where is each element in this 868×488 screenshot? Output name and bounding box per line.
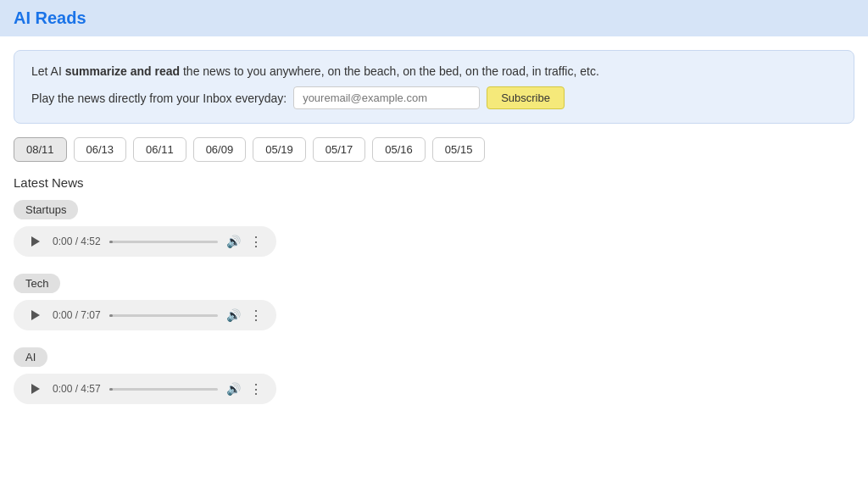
category-section: Tech 0:00 / 7:07 🔊 ⋮: [0, 274, 868, 347]
date-tab[interactable]: 05/17: [313, 137, 366, 162]
play-icon: [31, 236, 40, 247]
date-tab[interactable]: 06/11: [133, 137, 186, 162]
header: AI Reads: [0, 0, 868, 36]
date-tab[interactable]: 08/11: [14, 137, 67, 162]
category-section: Startups 0:00 / 4:52 🔊 ⋮: [0, 200, 868, 274]
audio-player: 0:00 / 4:57 🔊 ⋮: [14, 374, 276, 404]
subscribe-button[interactable]: Subscribe: [487, 86, 565, 109]
volume-icon[interactable]: 🔊: [226, 308, 241, 322]
latest-news-heading: Latest News: [0, 172, 868, 200]
time-display: 0:00 / 7:07: [53, 309, 101, 321]
progress-fill: [109, 388, 113, 391]
category-badge: Tech: [14, 274, 60, 293]
date-tab[interactable]: 05/19: [253, 137, 306, 162]
category-badge: Startups: [14, 200, 78, 219]
volume-icon[interactable]: 🔊: [226, 235, 241, 248]
progress-bar[interactable]: [109, 314, 218, 317]
date-tabs: 08/1106/1306/1106/0905/1905/1705/1605/15: [0, 137, 868, 162]
play-button[interactable]: [27, 380, 44, 397]
date-tab[interactable]: 05/15: [432, 137, 486, 162]
progress-fill: [109, 241, 113, 243]
email-input[interactable]: [293, 86, 480, 109]
volume-icon[interactable]: 🔊: [226, 382, 241, 396]
date-tab[interactable]: 06/09: [193, 137, 247, 162]
progress-bar[interactable]: [109, 388, 218, 391]
banner: Let AI summarize and read the news to yo…: [14, 50, 854, 124]
more-options-icon[interactable]: ⋮: [249, 381, 263, 397]
progress-fill: [109, 314, 113, 317]
category-badge: AI: [14, 347, 47, 367]
date-tab[interactable]: 06/13: [74, 137, 127, 162]
play-icon: [31, 310, 40, 320]
play-icon: [31, 384, 40, 394]
banner-text: Let AI summarize and read the news to yo…: [31, 64, 837, 78]
category-section: AI 0:00 / 4:57 🔊 ⋮: [0, 347, 868, 421]
audio-player: 0:00 / 7:07 🔊 ⋮: [14, 300, 276, 330]
more-options-icon[interactable]: ⋮: [249, 308, 263, 324]
play-button[interactable]: [27, 233, 44, 250]
subscribe-label: Play the news directly from your Inbox e…: [31, 92, 287, 105]
time-display: 0:00 / 4:52: [53, 236, 101, 247]
app-title: AI Reads: [14, 8, 86, 28]
date-tab[interactable]: 05/16: [372, 137, 426, 162]
more-options-icon[interactable]: ⋮: [249, 234, 263, 250]
progress-bar[interactable]: [109, 241, 218, 243]
play-button[interactable]: [27, 307, 44, 324]
audio-player: 0:00 / 4:52 🔊 ⋮: [14, 226, 276, 257]
banner-bold: summarize and read: [65, 64, 180, 78]
subscribe-row: Play the news directly from your Inbox e…: [31, 86, 837, 109]
categories-container: Startups 0:00 / 4:52 🔊 ⋮ Tech 0:00 / 7:0…: [0, 200, 868, 421]
time-display: 0:00 / 4:57: [53, 383, 101, 395]
